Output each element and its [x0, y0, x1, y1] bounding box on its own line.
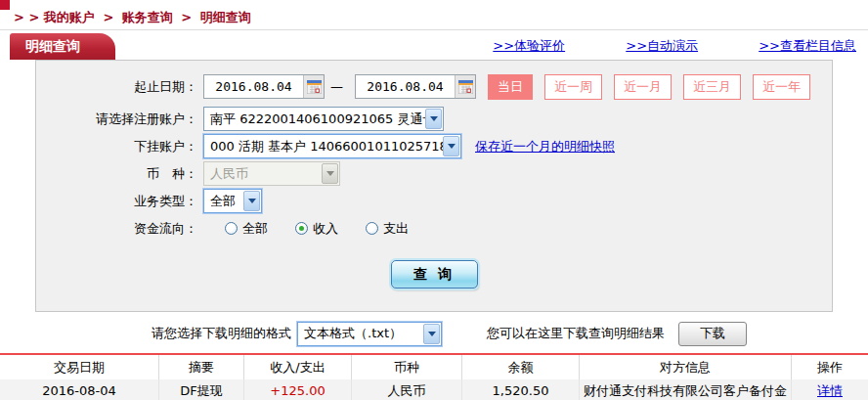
quick-range-today-button[interactable]: 当日	[488, 74, 533, 100]
chevron-down-icon	[425, 109, 442, 129]
register-account-select[interactable]: 南平 6222001406100921065 灵通卡	[203, 107, 444, 131]
col-header-balance: 余额	[462, 355, 580, 379]
sub-account-label: 下挂账户：	[36, 138, 197, 156]
cell-action: 详情	[792, 379, 868, 400]
col-header-amount: 收入/支出	[244, 355, 352, 379]
cell-date: 2016-08-04	[0, 379, 159, 400]
download-format-select[interactable]: 文本格式（.txt）	[297, 322, 442, 346]
tab-row: 明细查询 >>体验评价 >>自动演示 >>查看栏目信息	[0, 30, 868, 60]
biztype-select[interactable]: 全部	[203, 189, 262, 213]
download-format-label: 请您选择下载明细的格式	[152, 325, 291, 342]
calendar-icon[interactable]	[455, 75, 475, 98]
download-format-value: 文本格式（.txt）	[298, 325, 423, 342]
detail-link[interactable]: 详情	[817, 383, 843, 398]
tab-detail-query[interactable]: 明细查询	[10, 33, 115, 60]
radio-selected-icon[interactable]	[295, 222, 308, 235]
sub-account-select[interactable]: 000 活期 基本户 1406600101102571848	[203, 134, 461, 158]
download-hint: 您可以在这里下载查询明细结果	[487, 325, 665, 342]
breadcrumb-prefix: > >	[14, 10, 39, 24]
radio-icon[interactable]	[366, 222, 378, 235]
corner-decoration	[0, 0, 10, 10]
register-account-value: 南平 6222001406100921065 灵通卡	[204, 111, 425, 128]
col-header-action: 操作	[792, 355, 868, 379]
date-from-input[interactable]: 2016.08.04	[203, 74, 325, 99]
chevron-down-icon	[243, 191, 260, 211]
download-row: 请您选择下载明细的格式 文本格式（.txt） 您可以在这里下载查询明细结果 下载	[0, 321, 868, 346]
date-to-value[interactable]: 2016.08.04	[356, 79, 455, 94]
breadcrumb: > > 我的账户 > 账务查询 > 明细查询	[0, 0, 868, 26]
date-to-input[interactable]: 2016.08.04	[355, 74, 476, 99]
register-account-label: 请选择注册账户：	[36, 111, 197, 128]
query-button[interactable]: 查 询	[391, 260, 478, 289]
breadcrumb-separator: >	[103, 10, 113, 24]
link-experience-review[interactable]: >>体验评价	[493, 38, 565, 53]
flow-label: 资金流向：	[36, 220, 197, 238]
form-row-register-account: 请选择注册账户： 南平 6222001406100921065 灵通卡	[36, 107, 832, 131]
form-row-flow: 资金流向： 全部 收入 支出	[36, 216, 832, 241]
radio-flow-income[interactable]: 收入	[295, 220, 338, 238]
biztype-label: 业务类型：	[36, 193, 197, 210]
top-links: >>体验评价 >>自动演示 >>查看栏目信息	[436, 37, 856, 55]
calendar-icon[interactable]	[303, 75, 324, 98]
radio-icon[interactable]	[225, 222, 238, 235]
quick-range-month-button[interactable]: 近一月	[614, 74, 672, 100]
chevron-down-icon	[322, 163, 338, 184]
cell-summary: DF提现	[159, 379, 244, 400]
chevron-down-icon	[423, 324, 440, 344]
radio-flow-all[interactable]: 全部	[225, 220, 268, 238]
quick-range-3month-button[interactable]: 近三月	[683, 74, 741, 100]
breadcrumb-item-detail-query: 明细查询	[200, 10, 251, 24]
cell-counterparty: 财付通支付科技有限公司客户备付金	[580, 379, 792, 400]
link-auto-demo[interactable]: >>自动演示	[626, 38, 698, 53]
col-header-counterparty: 对方信息	[580, 355, 792, 379]
form-row-currency: 币 种： 人民币	[36, 161, 832, 186]
cell-balance: 1,520.50	[462, 379, 580, 400]
form-row-date: 起止日期： 2016.08.04 — 2016.08.04	[36, 73, 832, 100]
form-row-sub-account: 下挂账户： 000 活期 基本户 1406600101102571848 保存近…	[36, 134, 832, 158]
date-range-dash: —	[330, 79, 343, 94]
snapshot-link[interactable]: 保存近一个月的明细快照	[475, 138, 615, 156]
date-range-label: 起止日期：	[36, 78, 197, 96]
table-row: 2016-08-04 DF提现 +125.00 人民币 1,520.50 财付通…	[0, 379, 868, 400]
radio-flow-income-label: 收入	[313, 220, 338, 238]
cell-currency: 人民币	[352, 379, 462, 400]
breadcrumb-separator: >	[181, 10, 192, 24]
form-row-biztype: 业务类型： 全部	[36, 189, 832, 213]
download-button[interactable]: 下载	[678, 322, 747, 346]
sub-account-value: 000 活期 基本户 1406600101102571848	[204, 138, 443, 156]
link-view-column-info[interactable]: >>查看栏目信息	[759, 38, 856, 53]
currency-label: 币 种：	[36, 165, 197, 183]
table-header-row: 交易日期 摘要 收入/支出 币种 余额 对方信息 操作	[0, 355, 868, 379]
quick-range-week-button[interactable]: 近一周	[544, 74, 602, 100]
biztype-value: 全部	[204, 193, 243, 210]
col-header-date: 交易日期	[0, 355, 159, 379]
breadcrumb-item-account-query[interactable]: 账务查询	[122, 10, 173, 24]
quick-range-year-button[interactable]: 近一年	[753, 74, 810, 100]
breadcrumb-item-my-account[interactable]: 我的账户	[44, 10, 95, 24]
detail-query-page: > > 我的账户 > 账务查询 > 明细查询 明细查询 >>体验评价 >>自动演…	[0, 0, 868, 400]
currency-value: 人民币	[204, 165, 322, 183]
cell-amount: +125.00	[244, 379, 352, 400]
col-header-currency: 币种	[352, 355, 462, 379]
date-from-value[interactable]: 2016.08.04	[204, 79, 303, 94]
chevron-down-icon	[443, 136, 459, 156]
col-header-summary: 摘要	[159, 355, 244, 379]
query-form: 起止日期： 2016.08.04 — 2016.08.04	[35, 60, 833, 312]
top-bar: > > 我的账户 > 账务查询 > 明细查询	[0, 0, 868, 30]
currency-select-disabled: 人民币	[203, 161, 340, 186]
radio-flow-expense-label: 支出	[383, 220, 409, 238]
radio-flow-all-label: 全部	[242, 220, 268, 238]
radio-flow-expense[interactable]: 支出	[366, 220, 409, 238]
